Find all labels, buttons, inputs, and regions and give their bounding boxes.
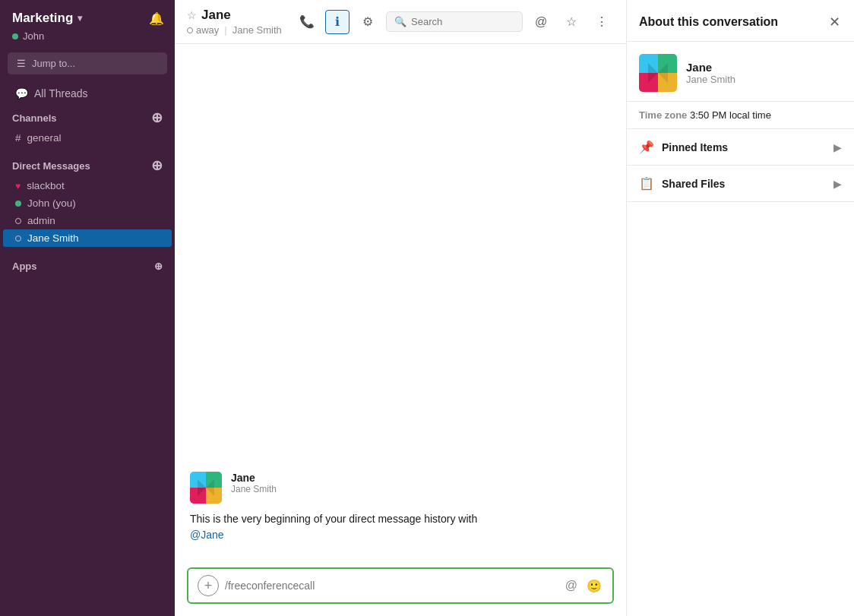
search-bar[interactable]: 🔍: [386, 11, 523, 32]
away-dot-icon: [187, 27, 193, 33]
channel-name: general: [27, 132, 62, 144]
conversation-title: Jane: [201, 8, 231, 23]
message-intro: Jane Jane Smith This is the very beginni…: [190, 472, 611, 558]
channels-label: Channels: [12, 112, 57, 124]
main-header: ☆ Jane away | Jane Smith 📞 ℹ ⚙ 🔍 @ ☆ ⋮: [175, 0, 626, 44]
dm-dot-green-icon: [15, 201, 21, 207]
user-card-avatar: [639, 54, 677, 92]
user-status-row: John: [0, 29, 175, 49]
add-attachment-button[interactable]: +: [198, 575, 219, 596]
mention-link[interactable]: @Jane: [190, 529, 224, 541]
pin-icon: 📌: [639, 140, 654, 154]
workspace-name[interactable]: Marketing ▾: [12, 11, 82, 26]
user-card-name: Jane: [686, 61, 735, 74]
apps-label: Apps: [12, 261, 37, 272]
search-input[interactable]: [411, 16, 502, 27]
user-card-subtitle: Jane Smith: [686, 74, 735, 85]
jump-to-icon: ☰: [17, 58, 26, 69]
add-app-icon[interactable]: ⊕: [154, 261, 163, 272]
shared-files-left: 📋 Shared Files: [639, 176, 725, 191]
channels-section-header[interactable]: Channels ⊕: [0, 105, 175, 129]
sidebar-item-admin[interactable]: admin: [3, 212, 172, 229]
pinned-items-label: Pinned Items: [662, 141, 728, 153]
timezone-value: 3:50 PM local time: [690, 109, 771, 121]
pinned-items-chevron-icon: ▶: [833, 141, 842, 153]
shared-files-section[interactable]: 📋 Shared Files ▶: [627, 166, 854, 202]
dm-slackbot-name: slackbot: [27, 180, 65, 191]
dm-label: Direct Messages: [12, 160, 90, 172]
message-area: Jane Jane Smith This is the very beginni…: [175, 44, 626, 558]
search-icon: 🔍: [394, 16, 406, 27]
workspace-chevron-icon: ▾: [77, 13, 82, 24]
dm-section-header[interactable]: Direct Messages ⊕: [0, 153, 175, 177]
info-button[interactable]: ℹ: [325, 10, 350, 34]
sidebar: Marketing ▾ 🔔 John ☰ Jump to... 💬 All Th…: [0, 0, 175, 616]
sender-subtitle: Jane Smith: [231, 484, 277, 494]
add-dm-icon[interactable]: ⊕: [151, 157, 163, 174]
dm-dot-hollow-icon: [15, 218, 21, 224]
input-area: + @ 🙂: [175, 558, 626, 616]
status-row: away | Jane Smith: [187, 24, 282, 36]
emoji-input-icon[interactable]: 🙂: [585, 577, 603, 595]
user-card: Jane Jane Smith: [627, 42, 854, 102]
jump-to-label: Jump to...: [32, 58, 75, 69]
more-button[interactable]: ⋮: [590, 10, 614, 34]
sidebar-item-slackbot[interactable]: ♥ slackbot: [3, 177, 172, 194]
message-input[interactable]: [225, 580, 558, 592]
timezone-label: Time zone: [639, 109, 687, 121]
status-text: away: [196, 24, 219, 36]
main-content: ☆ Jane away | Jane Smith 📞 ℹ ⚙ 🔍 @ ☆ ⋮: [175, 0, 626, 616]
sidebar-header: Marketing ▾ 🔔: [0, 0, 175, 29]
all-threads-icon: 💬: [15, 87, 28, 100]
close-panel-button[interactable]: ✕: [827, 12, 842, 32]
files-icon: 📋: [639, 176, 654, 191]
pinned-items-section[interactable]: 📌 Pinned Items ▶: [627, 129, 854, 166]
sender-name: Jane: [231, 472, 277, 484]
star-icon[interactable]: ☆: [187, 9, 197, 21]
dm-john-name: John (you): [27, 197, 76, 209]
shared-files-chevron-icon: ▶: [833, 178, 842, 190]
bell-icon[interactable]: 🔔: [149, 11, 164, 26]
heart-icon: ♥: [15, 181, 21, 191]
jump-to-button[interactable]: ☰ Jump to...: [8, 52, 167, 74]
settings-button[interactable]: ⚙: [356, 10, 380, 34]
dm-admin-name: admin: [27, 215, 55, 226]
header-subtitle: Jane Smith: [232, 24, 282, 36]
at-mention-input-icon[interactable]: @: [564, 577, 579, 594]
message-sender-row: Jane Jane Smith: [190, 472, 611, 504]
user-status-dot: [12, 33, 18, 39]
hash-icon: #: [15, 132, 21, 144]
shared-files-label: Shared Files: [662, 178, 725, 190]
sidebar-item-john[interactable]: John (you): [3, 194, 172, 212]
dm-jane-name: Jane Smith: [27, 232, 79, 244]
message-input-box: + @ 🙂: [187, 567, 614, 604]
user-status-name: John: [23, 30, 44, 42]
timezone-row: Time zone 3:50 PM local time: [627, 102, 854, 129]
intro-text: This is the very beginning of your direc…: [190, 513, 477, 525]
mention-button[interactable]: @: [529, 10, 553, 34]
message-text: This is the very beginning of your direc…: [190, 511, 611, 543]
sidebar-item-jane-smith[interactable]: Jane Smith: [3, 229, 172, 247]
add-channel-icon[interactable]: ⊕: [151, 109, 163, 126]
right-panel: About this conversation ✕ Jane Jane Smit…: [626, 0, 854, 616]
sidebar-item-all-threads[interactable]: 💬 All Threads: [3, 82, 172, 105]
message-avatar: [190, 472, 222, 504]
workspace-name-label: Marketing: [12, 11, 73, 26]
pinned-items-left: 📌 Pinned Items: [639, 140, 728, 154]
apps-section-header[interactable]: Apps ⊕: [0, 254, 175, 275]
dm-jane-dot-icon: [15, 235, 21, 242]
all-threads-label: All Threads: [34, 87, 88, 100]
right-panel-title: About this conversation: [639, 15, 778, 29]
user-card-info: Jane Jane Smith: [686, 61, 735, 85]
right-panel-header: About this conversation ✕: [627, 0, 854, 42]
phone-button[interactable]: 📞: [295, 10, 319, 34]
sidebar-item-general[interactable]: # general: [3, 129, 172, 147]
bookmark-button[interactable]: ☆: [559, 10, 584, 34]
message-sender-info: Jane Jane Smith: [231, 472, 277, 494]
